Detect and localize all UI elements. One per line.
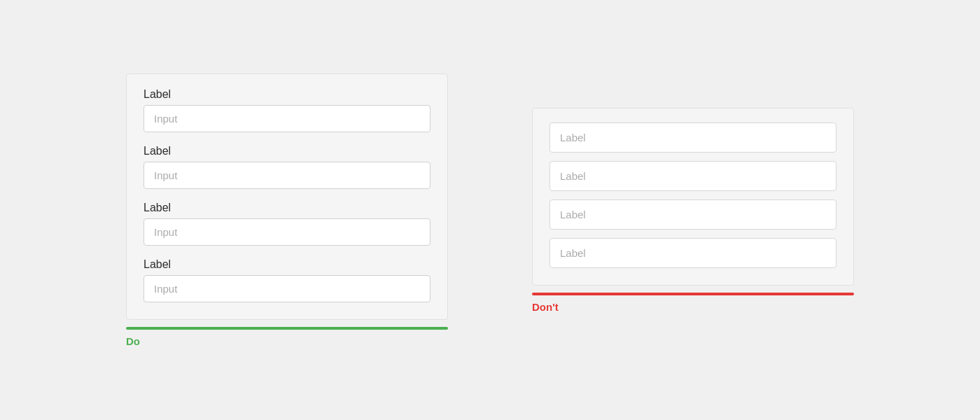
dont-field-input-4[interactable] [550,238,836,268]
dont-field-input-3[interactable] [550,200,836,230]
field-input-1[interactable] [144,105,430,132]
dont-label: Don't [532,301,854,313]
do-form-box: Label Label Label Label [126,74,448,320]
field-input-2[interactable] [144,162,430,189]
dont-indicator-bar [532,293,854,295]
form-field-4: Label [144,258,430,302]
form-field-2: Label [144,145,430,189]
do-label: Do [126,335,448,347]
field-label-1: Label [144,88,430,101]
field-label-3: Label [144,202,430,214]
dont-form-box [532,108,854,286]
field-label-4: Label [144,258,430,271]
dont-example: Don't [532,108,854,313]
field-label-2: Label [144,145,430,158]
field-input-3[interactable] [144,218,430,246]
dont-field-input-1[interactable] [550,122,836,153]
form-field-3: Label [144,202,430,246]
dont-field-input-2[interactable] [550,161,836,191]
do-indicator-bar [126,327,448,330]
do-example: Label Label Label Label Do [126,74,448,347]
field-input-4[interactable] [144,275,430,302]
form-field-1: Label [144,88,430,132]
